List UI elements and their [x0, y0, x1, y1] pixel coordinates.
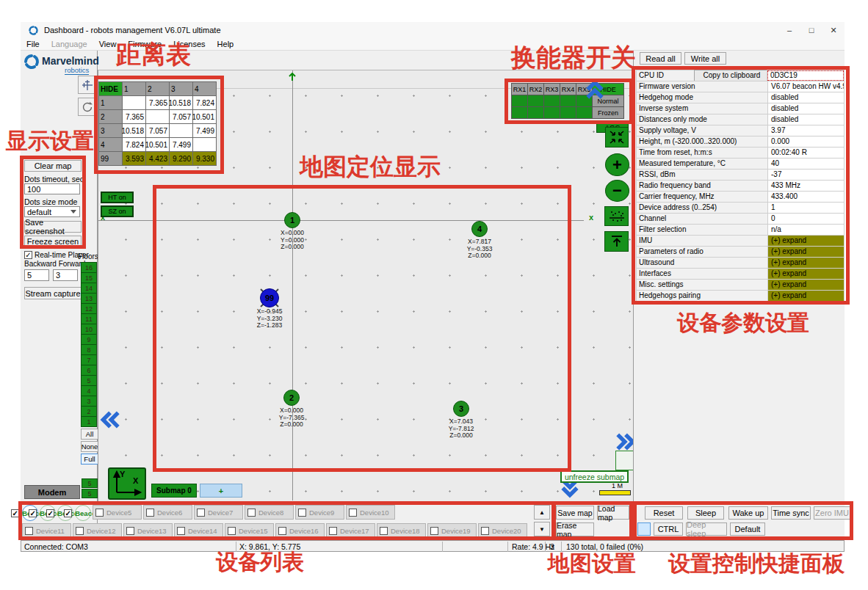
rx-toggle-cell[interactable]	[527, 106, 544, 119]
device-toggle-device9[interactable]: Device9	[295, 505, 344, 520]
checkbox-icon[interactable]	[197, 509, 205, 517]
save-screenshot-button[interactable]: Save screenshot	[24, 221, 82, 233]
param-value[interactable]: (+) expand	[767, 268, 845, 280]
chevron-double-left-icon[interactable]	[100, 411, 120, 429]
forward-input[interactable]: 3	[53, 269, 78, 281]
device-toggle-device19[interactable]: Device19	[427, 523, 477, 538]
param-value[interactable]: 0.000	[767, 136, 845, 148]
floor-cell-2[interactable]: 2	[81, 406, 97, 417]
device-scroll-up-button[interactable]: ▲	[534, 505, 550, 520]
checkbox-icon[interactable]	[247, 509, 256, 517]
checkbox-icon[interactable]	[349, 509, 357, 517]
axes-tool-button[interactable]	[78, 76, 96, 94]
move-up-button[interactable]	[604, 231, 629, 252]
menu-item-file[interactable]: File	[21, 40, 46, 48]
fit-to-screen-button[interactable]	[605, 127, 629, 148]
rx-toggle-cell[interactable]	[560, 95, 576, 107]
floors-none-button[interactable]: None	[81, 441, 98, 452]
sleep-button[interactable]: Sleep	[687, 506, 724, 520]
floor-cell-6[interactable]: 6	[81, 365, 97, 376]
checkbox-icon[interactable]: ✓	[11, 509, 19, 517]
checkbox-icon[interactable]	[126, 527, 134, 535]
copy-to-clipboard-button[interactable]: Copy to clipboard	[694, 70, 767, 81]
floor-cell-13[interactable]: 13	[81, 293, 97, 304]
param-value[interactable]: 40	[767, 158, 845, 170]
unfreeze-submap-button[interactable]: unfreeze submap	[560, 470, 629, 483]
device-toggle-device7[interactable]: Device7	[194, 505, 243, 520]
checkbox-icon[interactable]: ✓	[64, 509, 72, 517]
beacon-3[interactable]: 3	[453, 401, 469, 417]
device-toggle-beacon4[interactable]: ✓Beacon4	[75, 505, 91, 521]
rx-toggle-cell[interactable]	[511, 95, 528, 107]
modem-button[interactable]: Modem	[24, 485, 80, 499]
param-value[interactable]: 433.400	[767, 191, 845, 203]
device-toggle-device16[interactable]: Device16	[275, 523, 325, 538]
checkbox-icon[interactable]	[76, 527, 84, 535]
chevron-double-up-icon[interactable]	[586, 79, 604, 100]
rx-toggle-cell[interactable]	[511, 106, 528, 119]
device-toggle-device12[interactable]: Device12	[73, 523, 122, 538]
checkbox-icon[interactable]	[228, 527, 236, 535]
beacon-4[interactable]: 4	[471, 221, 488, 237]
device-toggle-device15[interactable]: Device15	[225, 523, 274, 538]
submap-box[interactable]	[615, 451, 635, 470]
stream-capture-button[interactable]: Stream capture	[24, 287, 82, 299]
device-toggle-device6[interactable]: Device6	[143, 505, 192, 520]
floor-cell-12[interactable]: 12	[81, 303, 97, 314]
write-all-button[interactable]: Write all	[684, 52, 726, 65]
param-value[interactable]: (+) expand	[767, 257, 845, 269]
device-toggle-device17[interactable]: Device17	[326, 523, 375, 538]
dots-view-button[interactable]	[604, 206, 629, 226]
checkbox-icon[interactable]	[380, 527, 388, 535]
ctrl-button[interactable]: CTRL	[654, 522, 683, 536]
checkbox-icon[interactable]	[430, 527, 438, 535]
close-button[interactable]: ✕	[822, 23, 845, 37]
param-value[interactable]: (+) expand	[767, 290, 845, 302]
checkbox-icon[interactable]	[177, 527, 185, 535]
rx-header-rx2[interactable]: RX2	[527, 83, 544, 95]
floors-full-button[interactable]: Full	[81, 454, 98, 465]
checkbox-icon[interactable]	[146, 509, 154, 517]
device-toggle-device10[interactable]: Device10	[346, 505, 395, 520]
realtime-player-checkbox[interactable]: ✓	[24, 251, 32, 259]
floor-cell-10[interactable]: 10	[81, 324, 97, 335]
param-value[interactable]: -37	[767, 169, 845, 181]
clear-map-button[interactable]: Clear map	[24, 160, 82, 172]
checkbox-icon[interactable]	[329, 527, 337, 535]
checkbox-icon[interactable]	[298, 509, 306, 517]
device-toggle-device18[interactable]: Device18	[377, 523, 426, 538]
param-value[interactable]: n/a	[767, 224, 845, 236]
dots-timeout-input[interactable]: 100	[24, 183, 80, 194]
menu-item-help[interactable]: Help	[211, 40, 240, 48]
floor-cell-1[interactable]: 1	[81, 416, 97, 427]
distance-hide-button[interactable]: HIDE	[98, 81, 123, 96]
time-sync-button[interactable]: Time sync	[771, 506, 811, 520]
floor-cell-3[interactable]: 3	[81, 396, 97, 407]
rx-header-rx4[interactable]: RX4	[560, 83, 576, 95]
device-scroll-down-button[interactable]: ▼	[534, 522, 550, 536]
param-value[interactable]: V6.07 beacon HW v4.9	[767, 81, 845, 92]
default-button[interactable]: Default	[730, 522, 765, 536]
read-all-button[interactable]: Read all	[640, 52, 681, 65]
sz-on-button[interactable]: SZ on	[101, 205, 134, 217]
rx-toggle-cell[interactable]	[576, 106, 593, 119]
checkbox-icon[interactable]	[25, 527, 33, 535]
param-value[interactable]: disabled	[767, 103, 845, 114]
param-value[interactable]: (+) expand	[767, 246, 845, 258]
rx-frozen-button[interactable]: Frozen	[592, 106, 624, 119]
param-value[interactable]: 3.97	[767, 125, 845, 136]
rx-header-rx3[interactable]: RX3	[543, 83, 560, 95]
zoom-out-button[interactable]: −	[605, 180, 629, 202]
param-value[interactable]: 433 MHz	[767, 180, 845, 192]
backward-input[interactable]: 5	[24, 269, 49, 281]
param-value[interactable]: 0	[767, 213, 845, 225]
beacon-1[interactable]: 1	[284, 212, 300, 228]
rx-toggle-cell[interactable]	[560, 106, 576, 119]
checkbox-icon[interactable]: ✓	[46, 509, 54, 517]
minimize-button[interactable]: –	[778, 23, 800, 37]
floor-cell-7[interactable]: 7	[81, 354, 97, 365]
rx-header-rx1[interactable]: RX1	[511, 83, 528, 95]
device-toggle-device14[interactable]: Device14	[174, 523, 223, 538]
rx-toggle-cell[interactable]	[527, 95, 544, 107]
freeze-screen-button[interactable]: Freeze screen	[24, 236, 82, 247]
